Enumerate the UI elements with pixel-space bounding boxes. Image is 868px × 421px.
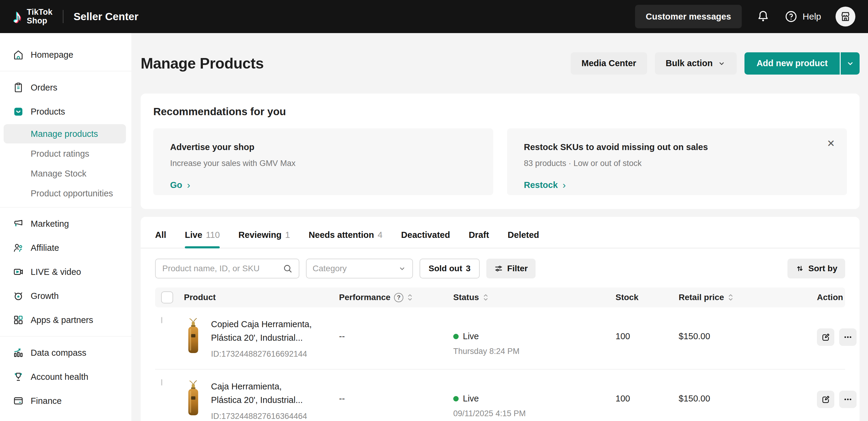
sidebar-item-label: Growth — [31, 291, 59, 301]
reco-card-advertise: Advertise your shop Increase your sales … — [153, 128, 493, 195]
page-title: Manage Products — [141, 55, 264, 72]
help-menu[interactable]: Help — [784, 10, 821, 23]
search-input[interactable] — [162, 264, 282, 274]
sidebar-item-finance[interactable]: Finance — [0, 389, 131, 413]
category-placeholder: Category — [313, 264, 347, 273]
sort-by-button[interactable]: Sort by — [787, 259, 845, 278]
sold-out-count: 3 — [466, 264, 471, 273]
edit-product-button[interactable] — [817, 391, 834, 408]
filter-button[interactable]: Filter — [486, 259, 535, 278]
products-bag-icon — [12, 106, 24, 117]
media-center-button[interactable]: Media Center — [571, 52, 647, 74]
tab-live[interactable]: Live110 — [185, 230, 220, 248]
sidebar-item-affiliate[interactable]: Affiliate — [0, 236, 131, 260]
media-center-label: Media Center — [582, 58, 636, 68]
table-row: Copied Caja Herramienta, Plástica 20', I… — [155, 307, 845, 369]
sidebar-item-manage-stock[interactable]: Manage Stock — [4, 164, 126, 183]
sidebar-item-orders[interactable]: Orders — [0, 76, 131, 99]
add-new-product-label: Add new product — [756, 58, 828, 68]
sort-caret-icon[interactable] — [727, 294, 734, 301]
product-name-line2: Plástica 20', Industrial... — [211, 331, 312, 344]
filter-row: Category Sold out 3 Filter — [141, 248, 860, 288]
orders-clipboard-icon — [12, 82, 24, 93]
home-icon — [12, 49, 24, 60]
customer-messages-button[interactable]: Customer messages — [635, 5, 742, 28]
recommendations-card: Recommendations for you Advertise your s… — [141, 93, 860, 209]
product-name-line1: Caja Herramienta, — [211, 380, 307, 393]
more-actions-button[interactable] — [839, 328, 857, 346]
topbar-actions: Customer messages Help — [635, 5, 856, 28]
search-icon[interactable] — [282, 264, 293, 274]
status-date: Thursday 8:24 PM — [453, 347, 616, 356]
more-actions-button[interactable] — [839, 391, 857, 408]
performance-help-icon[interactable]: ? — [394, 293, 403, 302]
col-retail-price[interactable]: Retail price — [679, 293, 817, 302]
row-checkbox[interactable] — [161, 379, 162, 386]
tab-reviewing[interactable]: Reviewing1 — [238, 230, 290, 248]
tab-deleted[interactable]: Deleted — [508, 230, 539, 248]
col-status[interactable]: Status — [453, 293, 616, 302]
customer-messages-label: Customer messages — [646, 12, 731, 22]
product-name-line1: Copied Caja Herramienta, — [211, 318, 312, 331]
add-product-dropdown-button[interactable] — [840, 52, 860, 74]
sort-caret-icon[interactable] — [483, 294, 489, 301]
ellipsis-icon — [843, 395, 852, 404]
live-status-dot — [453, 334, 459, 339]
edit-product-button[interactable] — [817, 328, 834, 346]
growth-icon — [12, 290, 24, 302]
category-select[interactable]: Category — [306, 259, 413, 278]
tab-needs-attention[interactable]: Needs attention4 — [309, 230, 382, 248]
sidebar-item-marketing[interactable]: Marketing — [0, 212, 131, 236]
recommendations-heading: Recommendations for you — [153, 106, 847, 118]
sidebar-item-data-compass[interactable]: Data compass — [0, 341, 131, 365]
status-cell: Live Thursday 8:24 PM — [453, 318, 616, 356]
sidebar-item-product-opportunities[interactable]: Product opportunities — [4, 184, 126, 203]
sidebar-item-live-video[interactable]: LIVE & video — [0, 260, 131, 284]
shop-avatar[interactable] — [836, 7, 856, 27]
tiktok-note-icon: ♪ — [12, 7, 22, 26]
sidebar-item-account-health[interactable]: Account health — [0, 365, 131, 389]
sidebar-item-product-ratings[interactable]: Product ratings — [4, 144, 126, 163]
product-thumbnail — [184, 318, 203, 354]
add-new-product-button[interactable]: Add new product — [744, 52, 840, 74]
price-value: $150.00 — [679, 380, 817, 403]
sidebar-item-apps-partners[interactable]: Apps & partners — [0, 308, 131, 332]
brand-line1: TikTok — [27, 8, 53, 17]
help-icon — [784, 10, 798, 23]
chevron-down-icon — [717, 59, 726, 68]
bar-chart-icon — [12, 347, 24, 358]
edit-icon — [821, 394, 831, 404]
tiktok-shop-logo[interactable]: ♪ TikTok Shop — [12, 7, 53, 26]
megaphone-icon — [12, 218, 24, 230]
sidebar-item-products[interactable]: Products — [0, 99, 131, 124]
close-icon[interactable]: ✕ — [827, 139, 835, 148]
table-header: Product Performance ? Status Stock Retai… — [155, 288, 845, 307]
tab-all[interactable]: All — [155, 230, 166, 248]
go-link[interactable]: Go › — [170, 180, 190, 191]
tab-deactivated[interactable]: Deactivated — [401, 230, 450, 248]
sort-caret-icon[interactable] — [407, 294, 413, 301]
bulk-action-button[interactable]: Bulk action — [655, 52, 737, 74]
select-all-checkbox[interactable] — [161, 291, 173, 303]
sidebar-item-growth[interactable]: Growth — [0, 284, 131, 308]
status-value: Live — [463, 331, 479, 341]
sidebar-item-label: Homepage — [31, 50, 73, 60]
sidebar-item-manage-products[interactable]: Manage products — [4, 124, 126, 144]
row-checkbox[interactable] — [161, 317, 162, 323]
sold-out-filter-button[interactable]: Sold out 3 — [420, 259, 480, 278]
chevron-down-icon — [846, 59, 855, 68]
affiliate-people-icon — [12, 242, 24, 253]
restock-link[interactable]: Restock › — [524, 180, 566, 191]
sidebar-item-label: Apps & partners — [31, 315, 93, 325]
tab-draft[interactable]: Draft — [469, 230, 489, 248]
col-performance[interactable]: Performance ? — [339, 293, 453, 302]
notifications-bell-icon[interactable] — [756, 10, 770, 24]
sidebar-item-label: LIVE & video — [31, 267, 81, 277]
storefront-icon — [839, 10, 851, 23]
sidebar-divider — [0, 207, 131, 208]
ellipsis-icon — [843, 333, 852, 341]
sidebar-item-label: Orders — [31, 83, 57, 93]
stock-value: 100 — [616, 380, 679, 403]
product-id: ID:1732448827616692144 — [211, 350, 312, 359]
sidebar-item-homepage[interactable]: Homepage — [0, 43, 131, 67]
